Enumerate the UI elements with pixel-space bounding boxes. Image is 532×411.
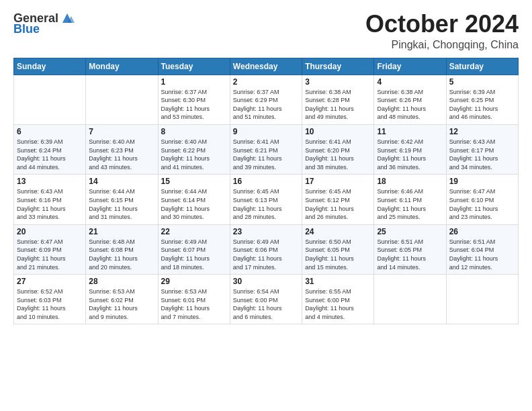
- cell-content: Sunrise: 6:55 AM Sunset: 6:00 PM Dayligh…: [305, 287, 371, 321]
- cell-content: Sunrise: 6:37 AM Sunset: 6:29 PM Dayligh…: [233, 88, 299, 122]
- day-number: 11: [377, 127, 443, 136]
- cell-content: Sunrise: 6:43 AM Sunset: 6:17 PM Dayligh…: [449, 138, 515, 171]
- day-number: 30: [233, 277, 299, 286]
- cell-content: Sunrise: 6:49 AM Sunset: 6:06 PM Dayligh…: [233, 238, 299, 271]
- day-number: 13: [17, 177, 83, 186]
- day-number: 23: [233, 227, 299, 236]
- calendar-cell: 23Sunrise: 6:49 AM Sunset: 6:06 PM Dayli…: [230, 224, 302, 274]
- cell-content: Sunrise: 6:40 AM Sunset: 6:23 PM Dayligh…: [89, 138, 154, 171]
- day-number: 17: [305, 177, 371, 186]
- day-number: 19: [449, 177, 515, 186]
- calendar-cell: 27Sunrise: 6:52 AM Sunset: 6:03 PM Dayli…: [14, 275, 86, 324]
- col-header-saturday: Saturday: [446, 58, 518, 75]
- day-number: 25: [377, 227, 443, 236]
- cell-content: Sunrise: 6:43 AM Sunset: 6:16 PM Dayligh…: [17, 187, 83, 221]
- calendar-cell: 5Sunrise: 6:39 AM Sunset: 6:25 PM Daylig…: [446, 75, 518, 124]
- col-header-sunday: Sunday: [14, 58, 86, 75]
- cell-content: Sunrise: 6:38 AM Sunset: 6:26 PM Dayligh…: [377, 88, 443, 122]
- calendar-cell: [374, 275, 446, 324]
- day-number: 10: [305, 127, 371, 136]
- calendar-cell: [14, 75, 86, 124]
- calendar-cell: 19Sunrise: 6:47 AM Sunset: 6:10 PM Dayli…: [446, 175, 518, 224]
- calendar-cell: 28Sunrise: 6:53 AM Sunset: 6:02 PM Dayli…: [86, 275, 158, 324]
- cell-content: Sunrise: 6:39 AM Sunset: 6:24 PM Dayligh…: [17, 138, 83, 171]
- day-number: 5: [449, 77, 515, 87]
- logo-icon: [60, 11, 75, 26]
- calendar-cell: [446, 275, 518, 324]
- day-number: 7: [89, 127, 154, 136]
- calendar-cell: 21Sunrise: 6:48 AM Sunset: 6:08 PM Dayli…: [86, 224, 158, 274]
- calendar-table: SundayMondayTuesdayWednesdayThursdayFrid…: [13, 58, 519, 325]
- cell-content: Sunrise: 6:51 AM Sunset: 6:05 PM Dayligh…: [377, 238, 443, 271]
- cell-content: Sunrise: 6:38 AM Sunset: 6:28 PM Dayligh…: [305, 88, 371, 122]
- day-number: 21: [89, 227, 154, 236]
- day-number: 27: [17, 277, 83, 286]
- cell-content: Sunrise: 6:39 AM Sunset: 6:25 PM Dayligh…: [449, 88, 515, 122]
- calendar-row: 20Sunrise: 6:47 AM Sunset: 6:09 PM Dayli…: [14, 224, 519, 274]
- calendar-cell: 18Sunrise: 6:46 AM Sunset: 6:11 PM Dayli…: [374, 175, 446, 224]
- calendar-cell: 30Sunrise: 6:54 AM Sunset: 6:00 PM Dayli…: [230, 275, 302, 324]
- day-number: 4: [377, 77, 443, 87]
- calendar-cell: 9Sunrise: 6:41 AM Sunset: 6:21 PM Daylig…: [230, 124, 302, 174]
- calendar-cell: 14Sunrise: 6:44 AM Sunset: 6:15 PM Dayli…: [86, 175, 158, 224]
- cell-content: Sunrise: 6:53 AM Sunset: 6:01 PM Dayligh…: [161, 287, 227, 321]
- cell-content: Sunrise: 6:54 AM Sunset: 6:00 PM Dayligh…: [233, 287, 299, 321]
- day-number: 1: [161, 77, 227, 87]
- calendar-cell: 22Sunrise: 6:49 AM Sunset: 6:07 PM Dayli…: [158, 224, 230, 274]
- day-number: 14: [89, 177, 154, 186]
- cell-content: Sunrise: 6:37 AM Sunset: 6:30 PM Dayligh…: [161, 88, 227, 122]
- title-block: October 2024 Pingkai, Chongqing, China: [365, 11, 519, 51]
- calendar-cell: 29Sunrise: 6:53 AM Sunset: 6:01 PM Dayli…: [158, 275, 230, 324]
- calendar-cell: 2Sunrise: 6:37 AM Sunset: 6:29 PM Daylig…: [230, 75, 302, 124]
- location-title: Pingkai, Chongqing, China: [365, 39, 519, 51]
- day-number: 28: [89, 277, 154, 286]
- day-number: 29: [161, 277, 227, 286]
- calendar-cell: 20Sunrise: 6:47 AM Sunset: 6:09 PM Dayli…: [14, 224, 86, 274]
- header: General Blue October 2024 Pingkai, Chong…: [13, 11, 519, 51]
- cell-content: Sunrise: 6:44 AM Sunset: 6:14 PM Dayligh…: [161, 187, 227, 221]
- calendar-cell: 24Sunrise: 6:50 AM Sunset: 6:05 PM Dayli…: [302, 224, 374, 274]
- cell-content: Sunrise: 6:40 AM Sunset: 6:22 PM Dayligh…: [161, 138, 227, 171]
- day-number: 22: [161, 227, 227, 236]
- calendar-row: 6Sunrise: 6:39 AM Sunset: 6:24 PM Daylig…: [14, 124, 519, 174]
- day-number: 31: [305, 277, 371, 286]
- month-title: October 2024: [365, 11, 519, 38]
- day-number: 20: [17, 227, 83, 236]
- cell-content: Sunrise: 6:45 AM Sunset: 6:12 PM Dayligh…: [305, 187, 371, 221]
- header-row: SundayMondayTuesdayWednesdayThursdayFrid…: [14, 58, 519, 75]
- day-number: 8: [161, 127, 227, 136]
- cell-content: Sunrise: 6:44 AM Sunset: 6:15 PM Dayligh…: [89, 187, 154, 221]
- calendar-cell: 4Sunrise: 6:38 AM Sunset: 6:26 PM Daylig…: [374, 75, 446, 124]
- cell-content: Sunrise: 6:45 AM Sunset: 6:13 PM Dayligh…: [233, 187, 299, 221]
- calendar-cell: 31Sunrise: 6:55 AM Sunset: 6:00 PM Dayli…: [302, 275, 374, 324]
- logo: General Blue: [13, 11, 75, 35]
- calendar-cell: 12Sunrise: 6:43 AM Sunset: 6:17 PM Dayli…: [446, 124, 518, 174]
- cell-content: Sunrise: 6:47 AM Sunset: 6:10 PM Dayligh…: [449, 187, 515, 221]
- calendar-row: 27Sunrise: 6:52 AM Sunset: 6:03 PM Dayli…: [14, 275, 519, 324]
- cell-content: Sunrise: 6:47 AM Sunset: 6:09 PM Dayligh…: [17, 238, 83, 271]
- calendar-cell: 15Sunrise: 6:44 AM Sunset: 6:14 PM Dayli…: [158, 175, 230, 224]
- calendar-cell: 25Sunrise: 6:51 AM Sunset: 6:05 PM Dayli…: [374, 224, 446, 274]
- calendar-cell: 3Sunrise: 6:38 AM Sunset: 6:28 PM Daylig…: [302, 75, 374, 124]
- col-header-monday: Monday: [86, 58, 158, 75]
- col-header-friday: Friday: [374, 58, 446, 75]
- calendar-cell: 16Sunrise: 6:45 AM Sunset: 6:13 PM Dayli…: [230, 175, 302, 224]
- calendar-cell: 11Sunrise: 6:42 AM Sunset: 6:19 PM Dayli…: [374, 124, 446, 174]
- cell-content: Sunrise: 6:52 AM Sunset: 6:03 PM Dayligh…: [17, 287, 83, 321]
- cell-content: Sunrise: 6:46 AM Sunset: 6:11 PM Dayligh…: [377, 187, 443, 221]
- day-number: 24: [305, 227, 371, 236]
- cell-content: Sunrise: 6:42 AM Sunset: 6:19 PM Dayligh…: [377, 138, 443, 171]
- day-number: 3: [305, 77, 371, 87]
- calendar-cell: 17Sunrise: 6:45 AM Sunset: 6:12 PM Dayli…: [302, 175, 374, 224]
- day-number: 9: [233, 127, 299, 136]
- day-number: 26: [449, 227, 515, 236]
- day-number: 18: [377, 177, 443, 186]
- col-header-wednesday: Wednesday: [230, 58, 302, 75]
- calendar-cell: 10Sunrise: 6:41 AM Sunset: 6:20 PM Dayli…: [302, 124, 374, 174]
- page: General Blue October 2024 Pingkai, Chong…: [0, 0, 532, 338]
- calendar-cell: [86, 75, 158, 124]
- day-number: 6: [17, 127, 83, 136]
- day-number: 15: [161, 177, 227, 186]
- day-number: 12: [449, 127, 515, 136]
- cell-content: Sunrise: 6:41 AM Sunset: 6:21 PM Dayligh…: [233, 138, 299, 171]
